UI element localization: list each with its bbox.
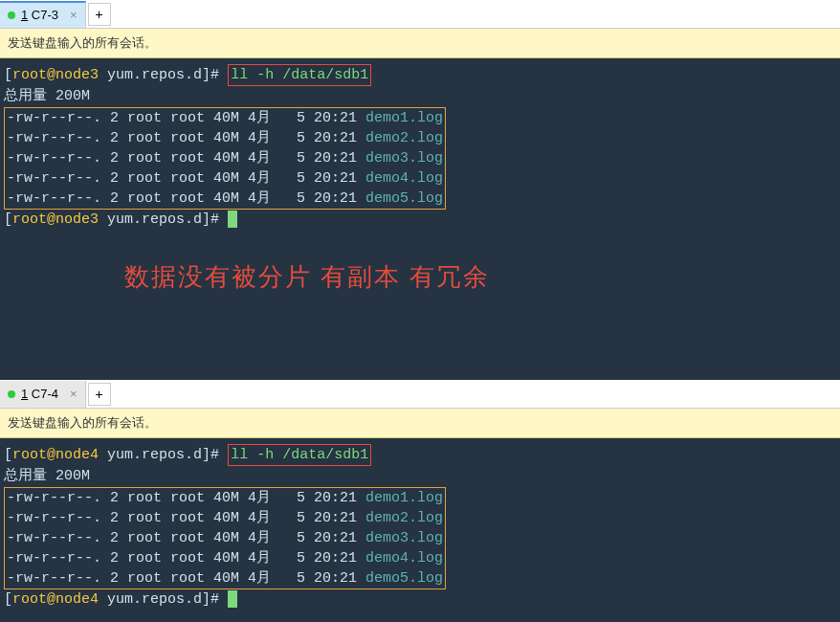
- file-row: -rw-r--r--. 2 root root 40M 4月 5 20:21 d…: [7, 168, 443, 189]
- tab-c7-3[interactable]: 1 C7-3 ×: [0, 1, 86, 28]
- file-row: -rw-r--r--. 2 root root 40M 4月 5 20:21 d…: [7, 148, 443, 168]
- listing-highlight: -rw-r--r--. 2 root root 40M 4月 5 20:21 d…: [4, 487, 446, 589]
- file-row: -rw-r--r--. 2 root root 40M 4月 5 20:21 d…: [7, 508, 443, 528]
- close-icon[interactable]: ×: [70, 8, 77, 22]
- prompt-line-idle: [root@node3 yum.repos.d]#: [4, 210, 836, 230]
- prompt-line: [root@node3 yum.repos.d]# ll -h /data/sd…: [4, 64, 836, 86]
- file-row: -rw-r--r--. 2 root root 40M 4月 5 20:21 d…: [7, 548, 443, 568]
- file-row: -rw-r--r--. 2 root root 40M 4月 5 20:21 d…: [7, 189, 443, 209]
- file-row: -rw-r--r--. 2 root root 40M 4月 5 20:21 d…: [7, 108, 443, 128]
- command-highlight: ll -h /data/sdb1: [228, 444, 371, 466]
- add-tab-button[interactable]: +: [88, 383, 111, 406]
- prompt-line-idle: [root@node4 yum.repos.d]#: [4, 589, 836, 610]
- total-line: 总用量 200M: [4, 86, 836, 106]
- terminal-bottom[interactable]: [root@node4 yum.repos.d]# ll -h /data/sd…: [0, 438, 840, 622]
- close-icon[interactable]: ×: [70, 387, 77, 401]
- add-tab-button[interactable]: +: [88, 3, 111, 26]
- file-row: -rw-r--r--. 2 root root 40M 4月 5 20:21 d…: [7, 568, 443, 589]
- tab-bar-bottom: 1 C7-4 × +: [0, 380, 840, 409]
- tab-c7-4[interactable]: 1 C7-4 ×: [0, 381, 86, 408]
- file-row: -rw-r--r--. 2 root root 40M 4月 5 20:21 d…: [7, 528, 443, 548]
- cursor-icon: [228, 211, 237, 228]
- listing-highlight: -rw-r--r--. 2 root root 40M 4月 5 20:21 d…: [4, 107, 446, 210]
- tab-label: 1 C7-4: [21, 387, 58, 401]
- status-dot-icon: [8, 11, 15, 19]
- tab-bar-top: 1 C7-3 × +: [0, 0, 840, 29]
- command-highlight: ll -h /data/sdb1: [228, 64, 371, 86]
- file-row: -rw-r--r--. 2 root root 40M 4月 5 20:21 d…: [7, 488, 443, 508]
- total-line: 总用量 200M: [4, 466, 836, 486]
- broadcast-notice: 发送键盘输入的所有会话。: [0, 409, 840, 438]
- status-dot-icon: [8, 390, 15, 398]
- file-row: -rw-r--r--. 2 root root 40M 4月 5 20:21 d…: [7, 128, 443, 148]
- annotation-text: 数据没有被分片 有副本 有冗余: [124, 259, 490, 294]
- tab-label: 1 C7-3: [21, 8, 58, 22]
- broadcast-notice: 发送键盘输入的所有会话。: [0, 29, 840, 58]
- prompt-line: [root@node4 yum.repos.d]# ll -h /data/sd…: [4, 444, 836, 466]
- terminal-top[interactable]: [root@node3 yum.repos.d]# ll -h /data/sd…: [0, 58, 840, 380]
- cursor-icon: [228, 590, 237, 608]
